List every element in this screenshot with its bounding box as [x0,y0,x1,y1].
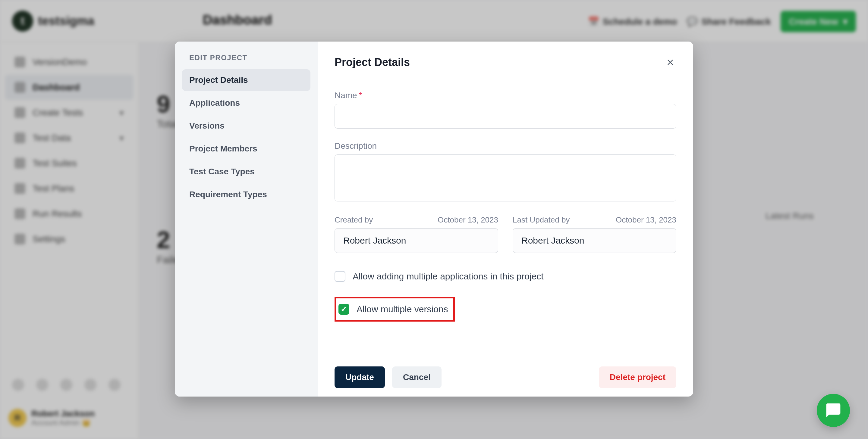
modal-header: Project Details [318,41,693,81]
allow-multi-versions-checkbox[interactable] [338,304,349,315]
update-button[interactable]: Update [335,366,385,388]
updated-by-date: October 13, 2023 [616,215,676,225]
edit-project-modal: Edit Project Project Details Application… [175,41,693,397]
modal-title: Project Details [335,56,410,69]
name-label: Name * [335,91,676,100]
nav-item-versions[interactable]: Versions [182,115,310,137]
name-input[interactable] [335,104,676,129]
created-by-date: October 13, 2023 [438,215,498,225]
description-label: Description [335,141,676,151]
allow-multi-apps-label: Allow adding multiple applications in th… [352,271,544,281]
nav-item-project-members[interactable]: Project Members [182,138,310,160]
nav-item-requirement-types[interactable]: Requirement Types [182,184,310,205]
nav-item-project-details[interactable]: Project Details [182,69,310,91]
created-by-label: Created by [335,215,373,225]
cancel-button[interactable]: Cancel [392,366,441,388]
description-input[interactable] [335,155,676,201]
chat-icon [825,402,842,419]
modal-nav-heading: Edit Project [182,54,310,69]
allow-multi-versions-label: Allow multiple versions [356,304,448,314]
modal-footer: Update Cancel Delete project [318,358,693,397]
allow-multi-apps-checkbox[interactable] [335,271,345,282]
chat-fab[interactable] [817,394,850,427]
updated-by-value: Robert Jackson [513,228,676,253]
delete-project-button[interactable]: Delete project [599,366,676,388]
required-indicator: * [359,91,362,100]
nav-item-test-case-types[interactable]: Test Case Types [182,161,310,182]
created-by-value: Robert Jackson [335,228,498,253]
close-icon [666,58,675,67]
modal-overlay: Edit Project Project Details Application… [0,0,868,439]
highlight-annotation: Allow multiple versions [335,297,455,322]
updated-by-label: Last Updated by [513,215,569,225]
close-button[interactable] [664,56,676,68]
nav-item-applications[interactable]: Applications [182,92,310,114]
allow-multi-apps-row: Allow adding multiple applications in th… [335,268,676,285]
modal-side-nav: Edit Project Project Details Application… [175,41,318,397]
